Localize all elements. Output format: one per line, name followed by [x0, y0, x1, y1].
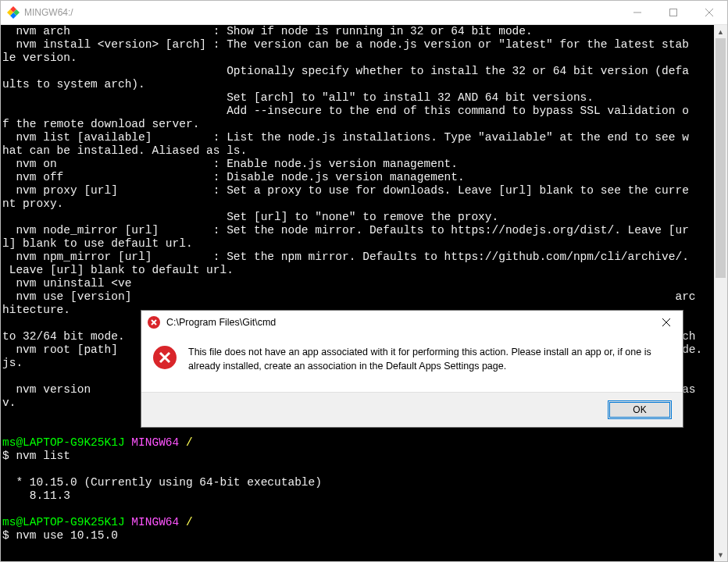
terminal-line: ms@LAPTOP-G9K25K1J MINGW64 /: [2, 516, 714, 529]
scrollbar-track[interactable]: [714, 38, 727, 548]
terminal-line: nvm proxy [url] : Set a proxy to use for…: [2, 184, 714, 197]
terminal-line: nvm list [available] : List the node.js …: [2, 131, 714, 144]
terminal-line: f the remote download server.: [2, 118, 714, 131]
terminal-line: ults to system arch).: [2, 78, 714, 91]
scroll-down-arrow-icon[interactable]: ▼: [714, 548, 727, 561]
ok-button[interactable]: OK: [608, 400, 672, 419]
window-title: MINGW64:/: [24, 7, 73, 18]
dialog-titlebar: C:\Program Files\Git\cmd: [141, 311, 683, 334]
terminal-line: $ nvm use 10.15.0: [2, 529, 714, 542]
terminal-line: * 10.15.0 (Currently using 64-bit execut…: [2, 476, 714, 489]
titlebar: MINGW64:/: [1, 1, 727, 25]
terminal-line: nvm off : Disable node.js version manage…: [2, 171, 714, 184]
scrollbar-thumb[interactable]: [716, 38, 726, 278]
terminal-line: nvm uninstall <ve: [2, 277, 714, 290]
maximize-button[interactable]: [655, 1, 691, 24]
error-icon: [152, 345, 177, 370]
terminal-line: nvm node_mirror [url] : Set the node mir…: [2, 224, 714, 237]
dialog-footer: OK: [141, 392, 683, 427]
terminal-line: 8.11.3: [2, 489, 714, 503]
terminal-line: [2, 503, 714, 516]
terminal-line: [2, 463, 714, 476]
terminal-line: nvm install <version> [arch] : The versi…: [2, 38, 714, 52]
terminal-line: Leave [url] blank to default url.: [2, 264, 714, 277]
dialog-body: This file does not have an app associate…: [141, 334, 683, 392]
terminal-line: Set [url] to "none" to remove the proxy.: [2, 211, 714, 224]
error-small-icon: [148, 316, 160, 329]
dialog-title: C:\Program Files\Git\cmd: [166, 317, 651, 328]
terminal-line: nvm npm_mirror [url] : Set the npm mirro…: [2, 251, 714, 264]
main-window: MINGW64:/ nvm arch : Show if node is run…: [0, 0, 728, 562]
terminal-line: nt proxy.: [2, 197, 714, 211]
close-button[interactable]: [691, 1, 727, 24]
dialog-message: This file does not have an app associate…: [188, 345, 667, 373]
terminal-line: $ nvm list: [2, 450, 714, 463]
minimize-button[interactable]: [619, 1, 655, 24]
vertical-scrollbar[interactable]: ▲ ▼: [714, 25, 727, 561]
client-area: nvm arch : Show if node is running in 32…: [1, 25, 727, 561]
mingw-logo-icon: [7, 6, 20, 19]
error-dialog: C:\Program Files\Git\cmd This file does …: [141, 310, 683, 428]
terminal-line: hat can be installed. Aliased as ls.: [2, 144, 714, 158]
terminal-line: nvm on : Enable node.js version manageme…: [2, 158, 714, 171]
terminal-line: nvm arch : Show if node is running in 32…: [2, 25, 714, 38]
scroll-up-arrow-icon[interactable]: ▲: [714, 25, 727, 38]
terminal-line: Add --insecure to the end of this comman…: [2, 105, 714, 118]
dialog-close-button[interactable]: [651, 312, 681, 333]
svg-rect-6: [670, 9, 677, 16]
terminal-line: le version.: [2, 52, 714, 65]
terminal[interactable]: nvm arch : Show if node is running in 32…: [1, 25, 714, 561]
terminal-line: nvm use [version] arc: [2, 290, 714, 304]
terminal-line: ms@LAPTOP-G9K25K1J MINGW64 /: [2, 436, 714, 450]
terminal-line: l] blank to use default url.: [2, 237, 714, 251]
terminal-line: Set [arch] to "all" to install 32 AND 64…: [2, 91, 714, 105]
terminal-line: Optionally specify whether to install th…: [2, 65, 714, 78]
